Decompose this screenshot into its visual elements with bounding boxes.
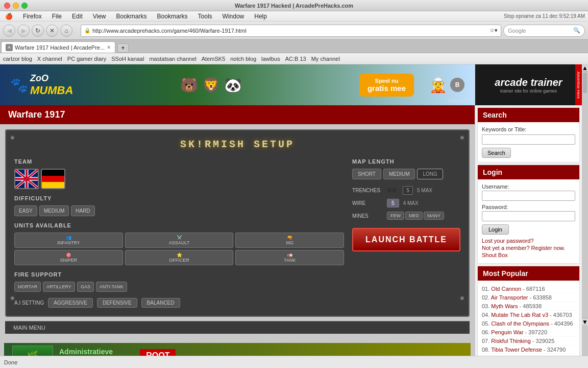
active-tab[interactable]: A Warfare 1917 Hacked | ArcadePre... ✕ (1, 41, 115, 53)
mines-med-button[interactable]: MED (405, 212, 423, 220)
bookmark-acb13[interactable]: AC:B 13 (285, 56, 306, 62)
right-scrollbar[interactable]: ▲ ▼ (582, 64, 588, 356)
launch-battle-button[interactable]: LAUNCH BATTLE (352, 228, 460, 251)
dropdown-icon[interactable]: ▾ (495, 27, 498, 34)
bookmark-notch[interactable]: notch blog (230, 56, 256, 62)
help-menu[interactable]: Help (252, 13, 269, 20)
tab-label: Warfare 1917 Hacked | ArcadePre... (15, 44, 105, 51)
riskful-link[interactable]: Riskful Thinking (491, 338, 530, 344)
defensive-button[interactable]: DEFENSIVE (97, 298, 137, 308)
antitank-button[interactable]: ANTI-TANK (96, 282, 127, 292)
search-icon[interactable]: 🔍 (573, 27, 580, 34)
maximize-button[interactable] (21, 3, 28, 9)
address-bar-wrap: 🔒 http://www.arcadeprehacks.com/game/460… (81, 25, 501, 37)
mutate-link[interactable]: Mutate The Lab Rat v3 (491, 312, 548, 318)
balanced-button[interactable]: BALANCED (141, 298, 180, 308)
mortar-button[interactable]: MORTAR (14, 282, 41, 292)
infantry-button[interactable]: 👥 INFANTRY (14, 233, 123, 248)
new-tab-button[interactable]: + (117, 43, 129, 53)
bookmarks-menu[interactable]: Bookmarks (155, 13, 190, 20)
advertise-tab[interactable]: Advertise Here (575, 64, 582, 105)
scroll-down-button[interactable]: ▼ (582, 318, 588, 325)
bigpoint-text: BIGPOINT (449, 98, 471, 103)
team-uk-button[interactable] (14, 169, 39, 189)
shout-box-link[interactable]: Shout Box (482, 252, 575, 258)
status-bar: Done (0, 356, 588, 368)
unit-grid: 👥 INFANTRY ⚔️ ASSAULT 🔫 MG (14, 233, 344, 265)
tab-close-button[interactable]: ✕ (107, 44, 111, 50)
bookmark-xchannel[interactable]: X channel (37, 56, 62, 62)
mines-many-button[interactable]: MANY (424, 212, 444, 220)
medium-button[interactable]: MEDIUM (39, 205, 69, 216)
stop-button[interactable]: ✕ (46, 25, 58, 37)
mg-button[interactable]: 🔫 MG (235, 233, 344, 248)
map-length-buttons: SHORT MEDIUM LONG (352, 169, 460, 179)
left-section: TEAM (14, 158, 344, 292)
reload-button[interactable]: ↻ (32, 25, 44, 37)
page-title-bar: Warfare 1917 (0, 105, 475, 124)
banner-ad[interactable]: 🐾 ZoO MUMBA 🐻 🦁 🐼 Speel nu gratis mee (0, 64, 475, 105)
back-button[interactable]: ◀ (3, 25, 15, 37)
login-box: Login Username: Password: Login Lost you… (477, 165, 580, 264)
password-input[interactable] (482, 211, 575, 221)
lost-password-link[interactable]: Lost your password? (482, 238, 575, 244)
scroll-up-button[interactable]: ▲ (582, 64, 588, 72)
bookmark-mastatsan[interactable]: mastatsan channel (149, 56, 196, 62)
hard-button[interactable]: HARD (71, 205, 94, 216)
bottom-ad[interactable]: 🌿 Administratievelastenverlichting door … (4, 343, 471, 356)
tools-menu[interactable]: Tools (196, 13, 214, 20)
easy-button[interactable]: EASY (14, 205, 37, 216)
myth-wars-link[interactable]: Myth Wars (491, 303, 518, 309)
close-button[interactable] (4, 3, 10, 9)
short-button[interactable]: SHORT (352, 169, 381, 179)
tank-button[interactable]: 🚛 TANK (235, 250, 344, 265)
file-menu[interactable]: File (50, 13, 64, 20)
apple-menu[interactable]: 🍎 (3, 13, 15, 20)
artillery-button[interactable]: ARTILLERY (43, 282, 75, 292)
login-button[interactable]: Login (482, 224, 509, 235)
edit-menu[interactable]: Edit (70, 13, 85, 20)
minimize-button[interactable] (13, 3, 19, 9)
gas-button[interactable]: GAS (77, 282, 94, 292)
search-button[interactable]: Search (482, 148, 511, 158)
penguin-link[interactable]: Penguin War (491, 329, 523, 335)
medium-map-button[interactable]: MEDIUM (383, 169, 415, 179)
sniper-button[interactable]: 🎯 SNIPER (14, 250, 123, 265)
old-cannon-link[interactable]: Old Cannon (491, 286, 521, 292)
address-text[interactable]: http://www.arcadeprehacks.com/game/460/W… (92, 28, 247, 34)
scroll-thumb[interactable] (583, 73, 587, 93)
game-frame: ◉ ◉ ◉ ◉ SK!RMISH SETUP TEAM (5, 129, 470, 317)
officer-button[interactable]: ⭐ OFFICER (125, 250, 234, 265)
main-menu-bar[interactable]: MAIN MENU (5, 321, 470, 334)
bigpoint-logo: B (450, 78, 464, 92)
clash-link[interactable]: Clash of the Olympians (491, 320, 549, 327)
window-menu[interactable]: Window (220, 13, 247, 20)
tibia-link[interactable]: Tibia Tower Defense (491, 347, 542, 353)
air-transporter-link[interactable]: Air Transporter (491, 294, 528, 301)
corner-tr: ◉ (460, 134, 464, 140)
most-popular-list: 01. Old Cannon - 687116 02. Air Transpor… (482, 285, 575, 354)
mines-few-button[interactable]: FEW (387, 212, 404, 220)
team-de-button[interactable] (41, 169, 65, 189)
forward-button[interactable]: ▶ (17, 25, 30, 37)
browser-search-bar[interactable]: Google 🔍 (503, 25, 585, 37)
home-button[interactable]: ⌂ (60, 25, 72, 37)
history-menu[interactable]: Bookmarks (114, 13, 149, 20)
search-input[interactable] (482, 134, 575, 145)
bookmark-atemsk5[interactable]: AtemSK5 (202, 56, 225, 62)
register-link[interactable]: Not yet a member? Register now. (482, 245, 575, 251)
bookmark-lawlbus[interactable]: lawlbus (261, 56, 280, 62)
aggressive-button[interactable]: AGGRESSIVE (48, 298, 93, 308)
view-menu[interactable]: View (91, 13, 108, 20)
banner-cta[interactable]: Speel nu gratis mee (359, 74, 414, 97)
long-button[interactable]: LONG (417, 169, 443, 179)
bookmark-carlzor[interactable]: carlzor blog (3, 56, 32, 62)
star-icon[interactable]: ☆ (489, 27, 495, 34)
firefox-menu[interactable]: Firefox (21, 13, 44, 20)
username-input[interactable] (482, 191, 575, 201)
assault-button[interactable]: ⚔️ ASSAULT (125, 233, 234, 248)
bookmark-mychannel[interactable]: My channel (311, 56, 340, 62)
traffic-lights[interactable] (4, 3, 28, 9)
bookmark-ssoh[interactable]: SSoH kanaal (111, 56, 144, 62)
bookmark-pcgamer[interactable]: PC gamer diary (67, 56, 106, 62)
